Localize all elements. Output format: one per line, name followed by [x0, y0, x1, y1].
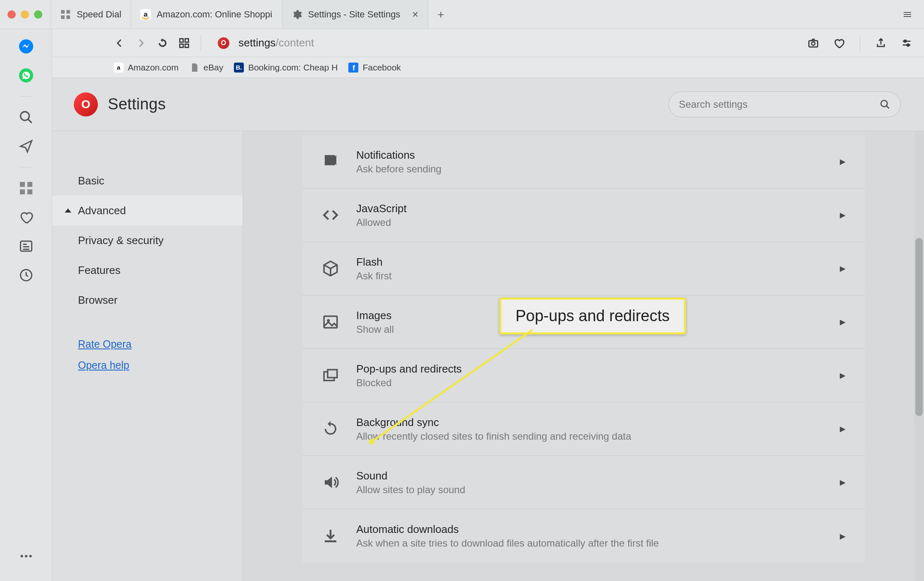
- settings-search[interactable]: [669, 92, 901, 117]
- back-button[interactable]: [110, 34, 129, 52]
- svg-rect-18: [180, 39, 183, 42]
- settings-search-input[interactable]: [679, 99, 880, 110]
- row-notifications[interactable]: NotificationsAsk before sending ▶: [302, 135, 865, 189]
- svg-rect-0: [61, 10, 65, 14]
- row-subtitle: Allowed: [356, 217, 840, 228]
- search-icon[interactable]: [18, 109, 34, 126]
- svg-rect-11: [20, 189, 25, 194]
- toolbar: O settings/content: [52, 29, 924, 57]
- row-javascript[interactable]: JavaScriptAllowed ▶: [302, 189, 865, 242]
- bookmark-facebook[interactable]: f Facebook: [348, 63, 401, 73]
- tab-label: Settings - Site Settings: [308, 9, 401, 20]
- start-page-button[interactable]: [175, 34, 193, 52]
- site-identity-icon[interactable]: O: [218, 37, 229, 49]
- row-title: Sound: [356, 470, 840, 482]
- window-close-button[interactable]: [7, 10, 16, 19]
- snapshot-icon[interactable]: [804, 34, 822, 52]
- scrollbar-thumb[interactable]: [915, 238, 923, 416]
- search-icon: [880, 99, 890, 110]
- svg-rect-9: [20, 182, 25, 187]
- window-minimize-button[interactable]: [21, 10, 29, 19]
- bookmark-ebay[interactable]: eBay: [190, 63, 224, 73]
- address-bar[interactable]: settings/content: [238, 36, 801, 49]
- sync-icon: [319, 420, 342, 438]
- svg-rect-10: [27, 182, 32, 187]
- row-title: Automatic downloads: [356, 523, 840, 536]
- new-tab-button[interactable]: ＋: [433, 6, 449, 23]
- svg-rect-19: [185, 39, 188, 42]
- bookmark-amazon[interactable]: a Amazon.com: [114, 63, 179, 73]
- bookmark-label: Booking.com: Cheap H: [248, 63, 338, 73]
- nav-privacy[interactable]: Privacy & security: [52, 225, 243, 255]
- row-sound[interactable]: SoundAllow sites to play sound ▶: [302, 456, 865, 509]
- svg-text:B.: B.: [236, 64, 242, 71]
- nav-basic[interactable]: Basic: [52, 166, 243, 196]
- opera-help-link[interactable]: Opera help: [52, 359, 243, 371]
- amazon-favicon: a: [114, 63, 124, 73]
- page: O settings/content a Amazon.com eBay: [52, 29, 924, 581]
- row-title: Background sync: [356, 416, 840, 429]
- nav-advanced[interactable]: Advanced: [52, 196, 243, 225]
- window-zoom-button[interactable]: [34, 10, 42, 19]
- nav-features[interactable]: Features: [52, 255, 243, 285]
- settings-list-scroll[interactable]: NotificationsAsk before sending ▶ JavaSc…: [243, 131, 924, 581]
- share-icon[interactable]: [872, 34, 890, 52]
- tab-amazon[interactable]: a Amazon.com: Online Shoppin: [131, 0, 282, 29]
- more-icon[interactable]: [18, 548, 34, 564]
- toolbar-separator: [860, 35, 860, 51]
- bookmark-booking[interactable]: B. Booking.com: Cheap H: [234, 63, 338, 73]
- chevron-right-icon: ▶: [840, 532, 848, 541]
- messenger-icon[interactable]: [18, 38, 34, 55]
- reload-button[interactable]: [153, 34, 172, 52]
- chevron-right-icon: ▶: [840, 211, 848, 220]
- svg-point-24: [904, 40, 906, 42]
- row-flash[interactable]: FlashAsk first ▶: [302, 242, 865, 295]
- main-row: O settings/content a Amazon.com eBay: [0, 29, 924, 581]
- forward-button[interactable]: [132, 34, 150, 52]
- news-icon[interactable]: [18, 238, 34, 254]
- settings-nav: Basic Advanced Privacy & security Featur…: [52, 131, 243, 581]
- row-subtitle: Ask when a site tries to download files …: [356, 537, 840, 549]
- rate-opera-link[interactable]: Rate Opera: [52, 338, 243, 350]
- titlebar: Speed Dial a Amazon.com: Online Shoppin …: [0, 0, 924, 29]
- settings-list: NotificationsAsk before sending ▶ JavaSc…: [302, 135, 865, 581]
- browser-window: Speed Dial a Amazon.com: Online Shoppin …: [0, 0, 924, 581]
- svg-point-8: [20, 112, 29, 121]
- tab-settings[interactable]: Settings - Site Settings ✕: [282, 0, 429, 29]
- chevron-right-icon: ▶: [840, 371, 848, 380]
- svg-point-32: [881, 100, 887, 107]
- chevron-right-icon: ▶: [840, 478, 848, 487]
- nav-browser[interactable]: Browser: [52, 285, 243, 315]
- whatsapp-icon[interactable]: [18, 67, 34, 84]
- row-title: Pop-ups and redirects: [356, 363, 840, 375]
- sidebar-rail: [0, 29, 52, 581]
- svg-point-17: [29, 555, 32, 557]
- row-title: JavaScript: [356, 202, 840, 215]
- svg-text:a: a: [117, 64, 121, 71]
- gear-icon: [292, 9, 302, 20]
- svg-point-23: [812, 42, 815, 45]
- svg-point-15: [20, 555, 23, 557]
- heart-icon[interactable]: [18, 209, 34, 225]
- row-popups[interactable]: Pop-ups and redirectsBlocked ▶: [302, 349, 865, 402]
- tab-label: Speed Dial: [77, 9, 122, 20]
- tab-menu-button[interactable]: [897, 5, 917, 24]
- toolbar-right: [804, 34, 916, 52]
- svg-rect-2: [61, 15, 65, 19]
- send-icon[interactable]: [18, 138, 34, 155]
- easy-setup-icon[interactable]: [897, 34, 916, 52]
- tab-speed-dial[interactable]: Speed Dial: [51, 0, 131, 29]
- svg-rect-21: [185, 44, 188, 47]
- history-icon[interactable]: [18, 267, 34, 283]
- speed-dial-icon[interactable]: [18, 180, 34, 196]
- row-automatic-downloads[interactable]: Automatic downloadsAsk when a site tries…: [302, 509, 865, 563]
- svg-rect-3: [66, 15, 70, 19]
- chevron-right-icon: ▶: [840, 424, 848, 433]
- row-background-sync[interactable]: Background syncAllow recently closed sit…: [302, 402, 865, 456]
- tab-strip: Speed Dial a Amazon.com: Online Shoppin …: [51, 0, 924, 29]
- bookmark-label: eBay: [204, 63, 224, 73]
- svg-rect-33: [324, 316, 337, 328]
- bookmark-heart-icon[interactable]: [830, 34, 848, 52]
- tab-close-button[interactable]: ✕: [412, 10, 419, 19]
- download-icon: [319, 528, 342, 545]
